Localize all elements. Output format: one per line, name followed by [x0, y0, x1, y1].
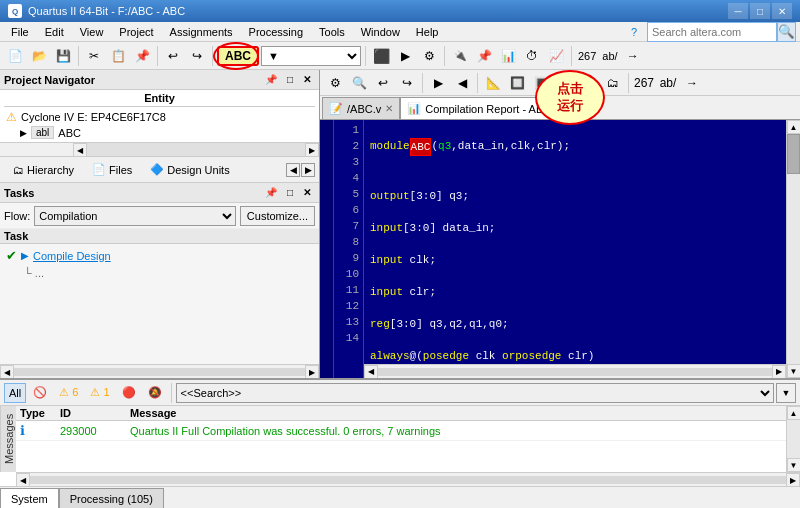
- code-vscroll-thumb[interactable]: [787, 134, 800, 174]
- stop-button[interactable]: ⬛: [370, 45, 392, 67]
- tab-system[interactable]: System: [0, 488, 59, 508]
- pin-tasks-button[interactable]: 📌: [261, 185, 281, 200]
- msg-hscroll-left[interactable]: ◀: [16, 473, 30, 487]
- task-item-compile: ✔ ▶ Compile Design: [4, 246, 315, 265]
- redo-button[interactable]: ↪: [186, 45, 208, 67]
- rtl-button[interactable]: 📊: [497, 45, 519, 67]
- tab-files[interactable]: 📄 Files: [83, 160, 141, 179]
- menu-file[interactable]: File: [4, 23, 36, 41]
- error-filter-button[interactable]: 🚫: [28, 383, 52, 403]
- flow-select[interactable]: Compilation: [34, 206, 236, 226]
- new-file-button[interactable]: 📄: [4, 45, 26, 67]
- menu-view[interactable]: View: [73, 23, 111, 41]
- editor-nav-forward[interactable]: →: [681, 72, 703, 94]
- maximize-tasks-button[interactable]: □: [283, 185, 297, 200]
- editor-tb-btn-4[interactable]: ↪: [396, 72, 418, 94]
- paste-button[interactable]: 📌: [131, 45, 153, 67]
- message-search-dropdown[interactable]: <<Search>>: [176, 383, 774, 403]
- critical-filter-button[interactable]: 🔴: [117, 383, 141, 403]
- editor-sep-2: [477, 73, 478, 93]
- line-numbers: 1234567891011121314: [334, 120, 364, 378]
- copy-button[interactable]: 📋: [107, 45, 129, 67]
- compile-link[interactable]: Compile Design: [33, 250, 111, 262]
- minimize-button[interactable]: ─: [728, 3, 748, 19]
- msg-vscroll-down[interactable]: ▼: [787, 458, 801, 472]
- code-hscroll-left[interactable]: ◀: [364, 365, 378, 379]
- open-file-button[interactable]: 📂: [28, 45, 50, 67]
- tasks-hscroll-left[interactable]: ◀: [0, 365, 14, 378]
- menu-tools[interactable]: Tools: [312, 23, 352, 41]
- customize-button[interactable]: Customize...: [240, 206, 315, 226]
- chip-button[interactable]: 🔌: [449, 45, 471, 67]
- message-row-1[interactable]: ℹ 293000 Quartus II Full Compilation was…: [16, 421, 786, 441]
- editor-tb-btn-6[interactable]: ◀: [451, 72, 473, 94]
- tasks-hscroll-right[interactable]: ▶: [305, 365, 319, 378]
- code-editor[interactable]: module ABC(q3,data_in,clk,clr); output[3…: [364, 120, 786, 364]
- editor-tb-btn-13[interactable]: 267: [633, 72, 655, 94]
- tab-design-units[interactable]: 🔷 Design Units: [141, 160, 238, 179]
- close-tasks-button[interactable]: ✕: [299, 185, 315, 200]
- nav-scroll-right[interactable]: ▶: [301, 163, 315, 177]
- code-vscroll-up[interactable]: ▲: [787, 120, 801, 134]
- save-button[interactable]: 💾: [52, 45, 74, 67]
- menu-project[interactable]: Project: [112, 23, 160, 41]
- tasks-panel: Tasks 📌 □ ✕ Flow: Compilation Customize.…: [0, 183, 319, 378]
- task-list: ✔ ▶ Compile Design └ ...: [0, 244, 319, 364]
- msg-hscroll-right[interactable]: ▶: [786, 473, 800, 487]
- menu-window[interactable]: Window: [354, 23, 407, 41]
- pin-button[interactable]: 📌: [473, 45, 495, 67]
- flow-row: Flow: Compilation Customize...: [0, 203, 319, 229]
- info-filter-button[interactable]: ⚠ 1: [85, 383, 114, 403]
- nav-scroll-left[interactable]: ◀: [286, 163, 300, 177]
- editor-tb-btn-2[interactable]: 🔍: [348, 72, 370, 94]
- search-expand-button[interactable]: ▼: [776, 383, 796, 403]
- editor-tb-btn-5[interactable]: ▶: [427, 72, 449, 94]
- editor-tb-btn-12[interactable]: 🗂: [602, 72, 624, 94]
- tab-processing[interactable]: Processing (105): [59, 488, 164, 508]
- close-button[interactable]: ✕: [772, 3, 792, 19]
- left-panel-hscroll: ◀ ▶: [0, 143, 319, 157]
- compile-button[interactable]: ▶: [394, 45, 416, 67]
- menu-help[interactable]: Help: [409, 23, 446, 41]
- flow-dropdown[interactable]: ▼: [261, 46, 361, 66]
- nav-forward-button[interactable]: →: [622, 45, 644, 67]
- menu-bar: File Edit View Project Assignments Proce…: [0, 22, 800, 42]
- editor-tb-btn-3[interactable]: ↩: [372, 72, 394, 94]
- editor-tb-btn-14[interactable]: ab/: [657, 72, 679, 94]
- code-hscroll-right[interactable]: ▶: [772, 365, 786, 379]
- settings-button[interactable]: ⚙: [418, 45, 440, 67]
- close-tab-abcv[interactable]: ✕: [385, 103, 393, 114]
- menu-edit[interactable]: Edit: [38, 23, 71, 41]
- tab-hierarchy[interactable]: 🗂 Hierarchy: [4, 161, 83, 179]
- hscroll-left-arrow[interactable]: ◀: [73, 143, 87, 157]
- sim-button[interactable]: 📈: [545, 45, 567, 67]
- help-icon[interactable]: ?: [631, 26, 637, 38]
- abc-run-button[interactable]: ABC: [217, 46, 259, 66]
- pin-panel-button[interactable]: 📌: [261, 72, 281, 87]
- hscroll-right-arrow[interactable]: ▶: [305, 143, 319, 157]
- search-button[interactable]: 🔍: [777, 22, 796, 42]
- toolbar-separator-6: [571, 46, 572, 66]
- all-messages-button[interactable]: All: [4, 383, 26, 403]
- entity-abc-item: ▶ abl ABC: [4, 125, 315, 140]
- search-input[interactable]: [647, 22, 777, 42]
- editor-tb-btn-1[interactable]: ⚙: [324, 72, 346, 94]
- maximize-button[interactable]: □: [750, 3, 770, 19]
- close-panel-button[interactable]: ✕: [299, 72, 315, 87]
- undo-button[interactable]: ↩: [162, 45, 184, 67]
- warning-filter-button[interactable]: ⚠ 6: [54, 383, 83, 403]
- menu-assignments[interactable]: Assignments: [163, 23, 240, 41]
- code-vscroll-down[interactable]: ▼: [787, 364, 801, 378]
- editor-tb-btn-7[interactable]: 📐: [482, 72, 504, 94]
- msg-vscroll-up[interactable]: ▲: [787, 406, 801, 420]
- timing-button[interactable]: ⏱: [521, 45, 543, 67]
- suppressed-filter-button[interactable]: 🔕: [143, 383, 167, 403]
- code-line-4: input[3:0] data_in;: [370, 220, 780, 236]
- toolbar-separator-1: [78, 46, 79, 66]
- editor-tb-btn-8[interactable]: 🔲: [506, 72, 528, 94]
- menu-processing[interactable]: Processing: [242, 23, 310, 41]
- maximize-panel-button[interactable]: □: [283, 72, 297, 87]
- cut-button[interactable]: ✂: [83, 45, 105, 67]
- warning-icon: ⚠: [6, 110, 17, 124]
- editor-tab-abcv[interactable]: 📝 /ABC.v ✕: [322, 97, 400, 119]
